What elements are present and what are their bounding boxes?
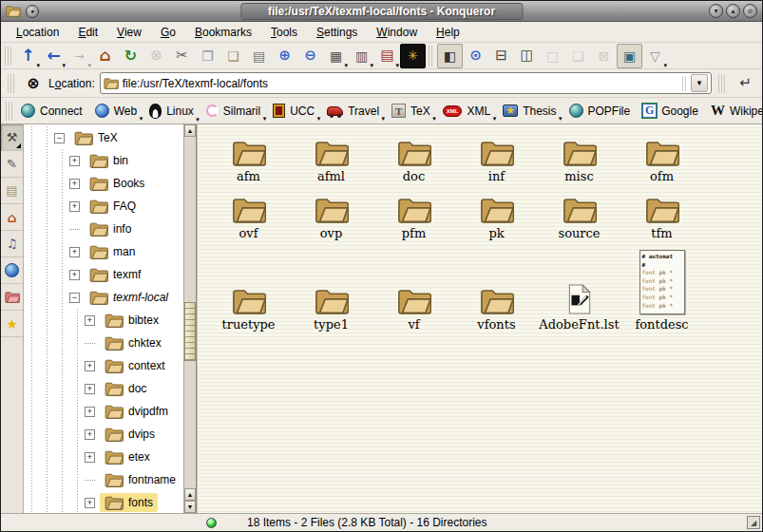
file-icon-fontdesc[interactable]: # automat#font pk *font pk *font pk *fon… xyxy=(620,242,703,333)
sidebar-tab-network[interactable] xyxy=(1,257,23,284)
forward-button[interactable]: →▾ xyxy=(67,44,92,68)
location-input[interactable]: file:/usr/TeX/texmf-local/fonts xyxy=(123,77,678,90)
file-icon-type1[interactable]: type1 xyxy=(290,242,372,333)
reload-button[interactable]: ↻ xyxy=(118,44,143,68)
window-menu-folder-icon[interactable] xyxy=(6,5,21,17)
go-grip[interactable] xyxy=(718,74,725,93)
maximize-button[interactable]: ▲ xyxy=(726,4,740,18)
expand-icon[interactable]: + xyxy=(69,270,80,280)
sidebar-tree-button[interactable]: ◧ xyxy=(437,44,463,68)
back-button[interactable]: ←▾ xyxy=(41,44,67,68)
expand-icon[interactable]: + xyxy=(85,452,95,463)
bookmark-web[interactable]: Web▾ xyxy=(90,102,142,120)
locationbar-grip[interactable] xyxy=(8,74,14,93)
location-dropdown-icon[interactable]: ▼ xyxy=(691,74,708,92)
bookmark-wikipedia[interactable]: WWikipedia xyxy=(706,101,763,121)
split-left-right-button[interactable]: ◫ xyxy=(514,44,540,68)
split-top-bottom-button[interactable]: ⊟ xyxy=(488,44,514,68)
expand-icon[interactable]: + xyxy=(85,384,95,394)
thumbnails-button[interactable]: ▣ xyxy=(617,44,642,68)
close-view-button[interactable]: □ xyxy=(540,44,565,68)
sidebar-tab-tools[interactable]: ⚒ xyxy=(1,124,23,151)
scroll-up2-icon[interactable]: ▲ xyxy=(184,488,196,501)
tree-item-chktex[interactable]: chktex xyxy=(24,332,183,354)
tree-item-FAQ[interactable]: +FAQ xyxy=(24,195,183,218)
expand-icon[interactable]: + xyxy=(69,247,80,257)
expand-icon[interactable]: + xyxy=(85,429,95,440)
multicolumn-view-button[interactable]: ▥▾ xyxy=(349,44,374,68)
bookmark-connect[interactable]: Connect xyxy=(16,102,87,120)
bookmark-travel[interactable]: Travel▾ xyxy=(322,103,384,120)
gear-button[interactable]: ✳ xyxy=(400,44,426,68)
tree-item-etex[interactable]: +etex xyxy=(24,446,183,468)
tree-item-texmf[interactable]: +texmf xyxy=(24,263,183,286)
file-icon-source[interactable]: source xyxy=(538,185,620,242)
menu-go[interactable]: Go xyxy=(153,24,183,41)
tree-item-fontname[interactable]: fontname xyxy=(24,468,183,491)
sidebar-tab-red-folder[interactable] xyxy=(1,284,23,311)
tree-item-fonts[interactable]: +fonts xyxy=(24,491,183,513)
up-button[interactable]: ↑▾ xyxy=(15,44,41,68)
expand-icon[interactable]: + xyxy=(85,498,95,508)
bookmark-ucc[interactable]: UCC▾ xyxy=(268,102,319,120)
tree-item-bibtex[interactable]: +bibtex xyxy=(24,309,183,332)
tree-item-bin[interactable]: +bin xyxy=(24,149,183,172)
clear-location-icon[interactable]: ⊗ xyxy=(23,76,44,91)
minimize-button[interactable]: ▼ xyxy=(709,4,723,18)
bookmark-google[interactable]: GGoogle xyxy=(638,102,703,120)
collapse-icon[interactable]: − xyxy=(54,133,65,143)
sticky-button[interactable]: ● xyxy=(26,5,39,18)
bookmark-xml[interactable]: XMLXML▾ xyxy=(438,103,495,120)
expand-icon[interactable]: + xyxy=(85,407,95,417)
sidebar-tab-home-folder[interactable]: ⌂ xyxy=(1,204,23,231)
file-icon-ovf[interactable]: ovf xyxy=(207,185,290,242)
tree-scrollbar[interactable]: ▲ ▲ ▼ xyxy=(183,124,196,513)
scroll-up-icon[interactable]: ▲ xyxy=(184,124,196,137)
expand-icon[interactable]: + xyxy=(85,361,95,371)
home-button[interactable]: ⌂ xyxy=(92,44,118,68)
file-icon-ovp[interactable]: ovp xyxy=(290,185,372,242)
tree-item-doc[interactable]: +doc xyxy=(24,377,183,400)
copy-button[interactable]: ❐ xyxy=(195,44,220,68)
bookmark-linux[interactable]: Linux▾ xyxy=(144,102,199,121)
menu-window[interactable]: Window xyxy=(369,24,425,41)
tree-item-info[interactable]: info xyxy=(24,218,183,240)
resize-grip-icon[interactable]: ◢ xyxy=(747,516,760,529)
icon-view-button[interactable]: ▦▾ xyxy=(323,44,349,68)
menu-view[interactable]: View xyxy=(109,24,149,41)
file-icon-truetype[interactable]: truetype xyxy=(207,242,290,333)
file-icon-doc[interactable]: doc xyxy=(372,132,455,185)
file-icon-tfm[interactable]: tfm xyxy=(620,185,703,242)
titlebar[interactable]: ● file:/usr/TeX/texmf-local/fonts - Konq… xyxy=(1,1,762,22)
menu-location[interactable]: Location xyxy=(9,24,67,41)
sidebar-tab-bookmarks-star[interactable]: ★ xyxy=(1,311,23,337)
zoom-in-button[interactable]: ⊕ xyxy=(272,44,297,68)
cut-button[interactable]: ✂ xyxy=(169,44,195,68)
new-tab-button[interactable]: ❏ xyxy=(565,44,591,68)
close-tab-button[interactable]: ⊠ xyxy=(591,44,617,68)
tree-item-dvips[interactable]: +dvips xyxy=(24,423,183,446)
menu-settings[interactable]: Settings xyxy=(309,24,365,41)
bookmark-popfile[interactable]: POPFile xyxy=(564,102,636,120)
scrollbar-track[interactable] xyxy=(184,137,196,488)
expand-icon[interactable]: + xyxy=(69,201,80,212)
stop-button[interactable]: ⊗ xyxy=(143,44,169,68)
file-icon-afm[interactable]: afm xyxy=(207,132,290,185)
file-icon-afml[interactable]: afml xyxy=(290,132,372,185)
scrollbar-thumb[interactable] xyxy=(184,302,196,361)
toolbar-grip[interactable] xyxy=(5,47,11,66)
menu-edit[interactable]: Edit xyxy=(70,24,105,41)
tree-item-context[interactable]: +context xyxy=(24,354,183,377)
go-button[interactable]: ↵ xyxy=(734,72,757,95)
file-icon-AdobeFnt.lst[interactable]: AdobeFnt.lst xyxy=(538,242,620,333)
expand-icon[interactable]: + xyxy=(69,179,80,189)
file-icon-pk[interactable]: pk xyxy=(455,185,538,242)
icon-view[interactable]: afmafmldocinfmiscofmovfovppfmpksourcetfm… xyxy=(197,124,762,513)
tree-item-man[interactable]: +man xyxy=(24,240,183,263)
location-combobox[interactable]: file:/usr/TeX/texmf-local/fonts ▼ xyxy=(100,72,712,94)
tree-item-Books[interactable]: +Books xyxy=(24,172,183,195)
menu-tools[interactable]: Tools xyxy=(263,24,305,41)
menu-bookmarks[interactable]: Bookmarks xyxy=(187,24,259,41)
scroll-down-icon[interactable]: ▼ xyxy=(184,501,196,513)
filter-button[interactable]: ▽▾ xyxy=(642,44,668,68)
